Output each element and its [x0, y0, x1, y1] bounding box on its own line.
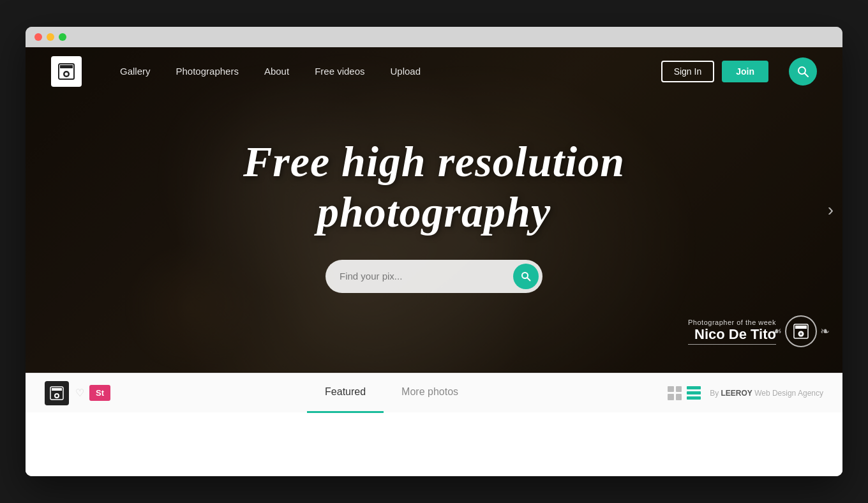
- nav-actions: Sign In Join: [661, 57, 817, 86]
- st-badge[interactable]: St: [89, 385, 110, 401]
- list-view-button[interactable]: [687, 386, 701, 400]
- nav-links: Gallery Photographers About Free videos …: [107, 66, 661, 77]
- svg-rect-1: [60, 65, 73, 68]
- hero-next-button[interactable]: ›: [828, 200, 834, 220]
- potw-badge: [785, 315, 817, 347]
- nav-gallery[interactable]: Gallery: [107, 66, 163, 77]
- hero-search-bar: [326, 260, 542, 293]
- search-icon: [797, 65, 809, 78]
- svg-point-15: [56, 394, 58, 397]
- bottom-logo-icon: [50, 386, 64, 400]
- bottom-tabs: Featured More photos: [116, 373, 668, 413]
- nav-free-videos[interactable]: Free videos: [302, 66, 377, 77]
- bottom-logo[interactable]: [45, 381, 69, 405]
- tab-more-photos[interactable]: More photos: [384, 373, 476, 413]
- nav-upload[interactable]: Upload: [378, 66, 434, 77]
- hero-title: Free high resolution photography: [243, 137, 625, 236]
- nav-logo[interactable]: [51, 56, 82, 87]
- svg-rect-13: [52, 388, 62, 391]
- svg-line-7: [527, 278, 530, 281]
- maximize-dot[interactable]: [59, 33, 66, 41]
- signin-button[interactable]: Sign In: [661, 61, 715, 82]
- tab-featured[interactable]: Featured: [307, 373, 384, 413]
- potw-text: Photographer of the week Nico De Tito: [688, 319, 776, 345]
- minimize-dot[interactable]: [47, 33, 54, 41]
- bottom-right: By LEEROY Web Design Agency: [668, 386, 823, 400]
- hero-search-input[interactable]: [340, 271, 513, 282]
- close-dot[interactable]: [34, 33, 42, 41]
- hero-section: Gallery Photographers About Free videos …: [26, 47, 842, 373]
- grid-view-button[interactable]: [668, 386, 682, 400]
- bottom-bar: ♡ St Featured More photos By LEEROY Web …: [26, 373, 842, 412]
- navigation: Gallery Photographers About Free videos …: [26, 47, 842, 95]
- join-button[interactable]: Join: [722, 61, 768, 82]
- heart-icon[interactable]: ♡: [75, 387, 84, 399]
- nav-photographers[interactable]: Photographers: [163, 66, 251, 77]
- hero-search-submit[interactable]: [513, 264, 539, 289]
- potw-logo-icon: [793, 324, 809, 339]
- logo-icon: [51, 56, 82, 87]
- by-leeroy-text: By LEEROY Web Design Agency: [710, 389, 823, 398]
- browser-window: Gallery Photographers About Free videos …: [26, 27, 842, 476]
- browser-titlebar: [26, 27, 842, 47]
- search-submit-icon: [521, 271, 531, 282]
- gallery-area: [26, 412, 842, 476]
- view-icons: [668, 386, 701, 400]
- potw-name: Nico De Tito: [688, 326, 776, 345]
- nav-search-button[interactable]: [789, 57, 817, 86]
- potw-label: Photographer of the week: [688, 319, 776, 326]
- svg-line-5: [805, 73, 808, 77]
- svg-point-11: [800, 333, 802, 335]
- svg-rect-9: [795, 326, 807, 329]
- svg-point-3: [65, 72, 68, 75]
- photographer-of-week[interactable]: Photographer of the week Nico De Tito: [688, 315, 817, 347]
- browser-content: Gallery Photographers About Free videos …: [26, 47, 842, 476]
- nav-about[interactable]: About: [251, 66, 302, 77]
